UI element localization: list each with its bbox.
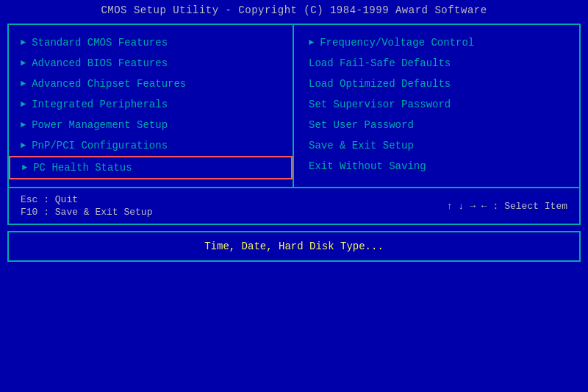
right-menu-item-freq-voltage[interactable]: ► Frequency/Voltage Control [294,32,579,53]
arrow-icon: ► [21,99,26,110]
right-menu-item-label: Exit Without Saving [309,160,426,172]
footer-left: Esc : Quit F10 : Save & Exit Setup [21,194,152,218]
arrow-icon: ► [21,38,26,48]
right-menu-item-label: Frequency/Voltage Control [320,37,474,49]
right-menu-item-label: Save & Exit Setup [309,140,414,152]
arrow-icon: ► [21,79,26,89]
esc-quit: Esc : Quit [21,194,152,205]
menu-item-standard-cmos[interactable]: ► Standard CMOS Features [9,32,293,53]
arrow-icon: ► [21,58,26,68]
arrow-icon: ► [22,163,27,173]
arrow-icon: ► [21,140,26,151]
menu-grid: ► Standard CMOS Features► Advanced BIOS … [9,25,579,188]
right-menu-item-user-password[interactable]: Set User Password [294,115,579,135]
footer-row: Esc : Quit F10 : Save & Exit Setup ↑ ↓ →… [21,194,567,218]
footer-bar: Esc : Quit F10 : Save & Exit Setup ↑ ↓ →… [9,188,579,224]
title-text: CMOS Setup Utility - Copyright (C) 1984-… [101,4,487,16]
right-column: ► Frequency/Voltage ControlLoad Fail-Saf… [294,25,579,187]
menu-item-label: Power Management Setup [32,119,168,131]
menu-item-label: PnP/PCI Configurations [32,140,168,152]
right-menu-item-save-exit[interactable]: Save & Exit Setup [294,135,579,156]
status-bar: Time, Date, Hard Disk Type... [7,231,581,262]
menu-item-label: PC Health Status [33,162,132,174]
footer-right: ↑ ↓ → ← : Select Item [447,201,567,212]
right-menu-item-label: Set User Password [309,119,414,131]
menu-item-label: Standard CMOS Features [32,37,168,49]
right-menu-item-label: Set Supervisor Password [309,99,451,110]
title-bar: CMOS Setup Utility - Copyright (C) 1984-… [0,0,588,21]
menu-item-power-management[interactable]: ► Power Management Setup [9,115,293,135]
menu-item-advanced-chipset[interactable]: ► Advanced Chipset Features [9,74,293,94]
status-text: Time, Date, Hard Disk Type... [204,240,384,252]
menu-item-integrated-peripherals[interactable]: ► Integrated Peripherals [9,94,293,115]
right-menu-item-label: Load Fail-Safe Defaults [309,57,451,69]
right-menu-item-supervisor-password[interactable]: Set Supervisor Password [294,94,579,115]
menu-item-advanced-bios[interactable]: ► Advanced BIOS Features [9,53,293,74]
f10-save: F10 : Save & Exit Setup [21,207,152,218]
left-column: ► Standard CMOS Features► Advanced BIOS … [9,25,294,187]
menu-item-pc-health[interactable]: ► PC Health Status [9,156,293,179]
arrows-desc: : Select Item [493,201,567,212]
menu-item-label: Advanced BIOS Features [32,57,168,69]
right-menu-item-load-failsafe[interactable]: Load Fail-Safe Defaults [294,53,579,74]
right-menu-item-label: Load Optimized Defaults [309,78,451,90]
right-menu-item-load-optimized[interactable]: Load Optimized Defaults [294,74,579,94]
main-container: ► Standard CMOS Features► Advanced BIOS … [7,24,581,225]
menu-item-label: Advanced Chipset Features [32,78,186,90]
arrows-label: ↑ ↓ → ← [447,201,487,212]
menu-item-label: Integrated Peripherals [32,99,168,110]
arrow-icon: ► [21,120,26,130]
right-menu-item-exit-nosave[interactable]: Exit Without Saving [294,156,579,177]
arrow-icon: ► [309,38,314,48]
menu-item-pnp-pci[interactable]: ► PnP/PCI Configurations [9,135,293,156]
